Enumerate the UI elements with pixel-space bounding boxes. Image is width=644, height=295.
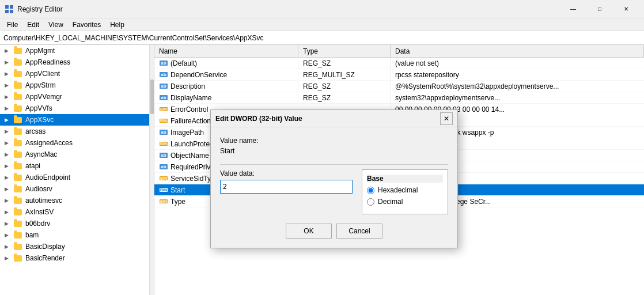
radio-dec-label: Decimal: [378, 198, 403, 206]
radio-decimal[interactable]: Decimal: [367, 198, 443, 206]
base-group-title: Base: [367, 175, 443, 183]
dialog-content: Value name: Start Value data: Base Hexad…: [211, 127, 457, 248]
dialog-left-col: Value data:: [220, 169, 353, 194]
ok-button[interactable]: OK: [286, 224, 332, 239]
radio-dec-input[interactable]: [367, 198, 374, 206]
radio-hexadecimal[interactable]: Hexadecimal: [367, 186, 443, 194]
base-radio-group: Base Hexadecimal Decimal: [362, 169, 448, 214]
value-data-label: Value data:: [220, 169, 353, 177]
dialog-overlay: Edit DWORD (32-bit) Value ✕ Value name: …: [0, 0, 644, 295]
edit-dword-dialog: Edit DWORD (32-bit) Value ✕ Value name: …: [210, 109, 458, 248]
dialog-close-button[interactable]: ✕: [440, 112, 453, 125]
value-name-display: Start: [220, 147, 448, 155]
dialog-inputs-row: Value data: Base Hexadecimal Decimal: [220, 169, 448, 214]
cancel-button[interactable]: Cancel: [336, 224, 382, 239]
value-data-input[interactable]: [220, 180, 353, 194]
dialog-divider: [220, 164, 448, 165]
radio-hex-input[interactable]: [367, 187, 374, 194]
dialog-right-col: Base Hexadecimal Decimal: [362, 169, 448, 214]
dialog-titlebar: Edit DWORD (32-bit) Value ✕: [211, 110, 457, 127]
radio-hex-label: Hexadecimal: [378, 186, 418, 194]
dialog-title: Edit DWORD (32-bit) Value: [215, 115, 440, 123]
dialog-buttons: OK Cancel: [220, 224, 448, 239]
value-name-label: Value name:: [220, 137, 448, 145]
